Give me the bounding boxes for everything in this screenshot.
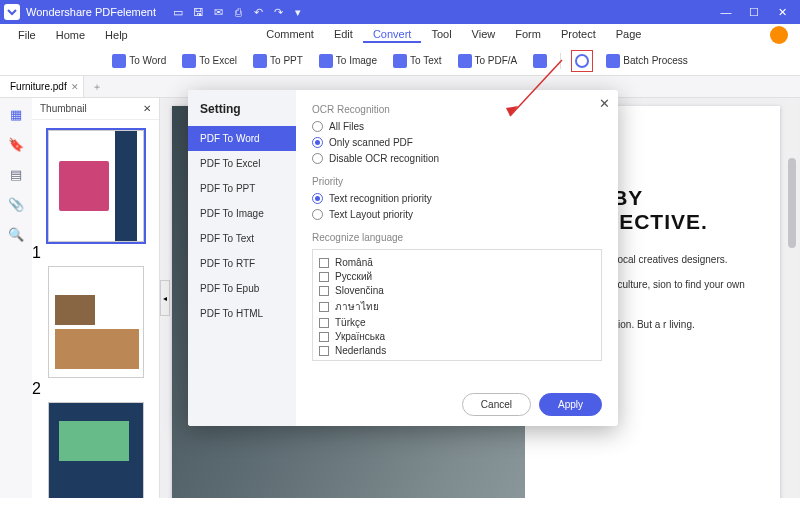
close-tab-icon[interactable]: ✕ [71,82,79,92]
save-icon[interactable]: 🖫 [188,6,208,18]
image-icon [319,54,333,68]
tab-page[interactable]: Page [606,28,652,43]
to-other-button[interactable] [530,52,550,70]
user-avatar[interactable] [770,26,788,44]
text-icon [393,54,407,68]
apply-button[interactable]: Apply [539,393,602,416]
radio-only-scanned[interactable]: Only scanned PDF [312,137,602,148]
ribbon: To Word To Excel To PPT To Image To Text… [0,46,800,76]
close-button[interactable]: ✕ [768,6,796,19]
open-icon[interactable]: ▭ [168,6,188,19]
close-panel-icon[interactable]: ✕ [143,103,151,114]
new-tab-button[interactable]: ＋ [84,80,110,94]
lang-romanian[interactable]: Română [319,257,595,268]
radio-disable-ocr[interactable]: Disable OCR recognition [312,153,602,164]
menu-bar: File Home Help Comment Edit Convert Tool… [0,24,800,46]
lang-slovak[interactable]: Slovenčina [319,285,595,296]
lang-label: Türkçe [335,317,366,328]
option-pdf-to-image[interactable]: PDF To Image [188,201,296,226]
option-pdf-to-word[interactable]: PDF To Word [188,126,296,151]
tab-comment[interactable]: Comment [256,28,324,43]
lang-label: ภาษาไทย [335,299,379,314]
cancel-button[interactable]: Cancel [462,393,531,416]
title-bar: Wondershare PDFelement ▭ 🖫 ✉ ⎙ ↶ ↷ ▾ — ☐… [0,0,800,24]
tab-convert[interactable]: Convert [363,28,422,43]
radio-all-files[interactable]: All Files [312,121,602,132]
lang-turkish[interactable]: Türkçe [319,317,595,328]
settings-dialog: ✕ Setting PDF To Word PDF To Excel PDF T… [188,90,618,426]
separator [560,53,561,69]
language-list[interactable]: Română Русский Slovenčina ภาษาไทย Türkçe… [312,249,602,361]
lang-ukrainian[interactable]: Українська [319,331,595,342]
bookmarks-icon[interactable]: 🔖 [8,136,24,152]
convert-settings-button[interactable] [571,50,593,72]
menu-file[interactable]: File [8,29,46,41]
lang-label: Nederlands [335,345,386,356]
tab-form[interactable]: Form [505,28,551,43]
annotations-icon[interactable]: ▤ [8,166,24,182]
to-text-button[interactable]: To Text [390,52,445,70]
thumbnail-page-3[interactable] [48,402,144,498]
thumbnail-page-2[interactable] [48,266,144,378]
page-number-1: 1 [32,244,159,262]
lang-russian[interactable]: Русский [319,271,595,282]
tab-tool[interactable]: Tool [421,28,461,43]
to-text-label: To Text [410,55,442,66]
word-icon [112,54,126,68]
excel-icon [182,54,196,68]
to-pdfa-button[interactable]: To PDF/A [455,52,521,70]
lang-thai[interactable]: ภาษาไทย [319,299,595,314]
tab-protect[interactable]: Protect [551,28,606,43]
thumbnail-page-1[interactable] [48,130,144,242]
lang-english[interactable]: English [319,359,595,361]
ppt-icon [253,54,267,68]
page-number-2: 2 [32,380,159,398]
to-ppt-label: To PPT [270,55,303,66]
menu-help[interactable]: Help [95,29,138,41]
radio-label: Text recognition priority [329,193,432,204]
radio-label: Text Layout priority [329,209,413,220]
to-excel-button[interactable]: To Excel [179,52,240,70]
priority-heading: Priority [312,176,602,187]
batch-process-button[interactable]: Batch Process [603,52,690,70]
option-pdf-to-text[interactable]: PDF To Text [188,226,296,251]
search-icon[interactable]: 🔍 [8,226,24,242]
to-image-button[interactable]: To Image [316,52,380,70]
dialog-title: Setting [188,102,296,126]
maximize-button[interactable]: ☐ [740,6,768,19]
to-image-label: To Image [336,55,377,66]
menu-home[interactable]: Home [46,29,95,41]
side-toolbar: ▦ 🔖 ▤ 📎 🔍 [0,98,32,498]
doc-tab-furniture[interactable]: Furniture.pdf ✕ [0,76,84,97]
option-pdf-to-excel[interactable]: PDF To Excel [188,151,296,176]
radio-label: Disable OCR recognition [329,153,439,164]
option-pdf-to-html[interactable]: PDF To HTML [188,301,296,326]
mail-icon[interactable]: ✉ [208,6,228,19]
option-pdf-to-epub[interactable]: PDF To Epub [188,276,296,301]
dropdown-icon[interactable]: ▾ [288,6,308,19]
tab-edit[interactable]: Edit [324,28,363,43]
redo-icon[interactable]: ↷ [268,6,288,19]
print-icon[interactable]: ⎙ [228,6,248,18]
to-ppt-button[interactable]: To PPT [250,52,306,70]
vertical-scrollbar[interactable] [786,98,798,498]
dialog-body: OCR Recognition All Files Only scanned P… [296,90,618,426]
to-word-label: To Word [129,55,166,66]
dialog-sidebar: Setting PDF To Word PDF To Excel PDF To … [188,90,296,426]
undo-icon[interactable]: ↶ [248,6,268,19]
attachments-icon[interactable]: 📎 [8,196,24,212]
radio-text-priority[interactable]: Text recognition priority [312,193,602,204]
collapse-panel-button[interactable]: ◂ [160,280,170,316]
lang-dutch[interactable]: Nederlands [319,345,595,356]
app-title: Wondershare PDFelement [26,6,156,18]
option-pdf-to-ppt[interactable]: PDF To PPT [188,176,296,201]
lang-label: English [319,359,352,361]
to-word-button[interactable]: To Word [109,52,169,70]
thumbnails-icon[interactable]: ▦ [8,106,24,122]
doc-tab-label: Furniture.pdf [10,81,67,92]
option-pdf-to-rtf[interactable]: PDF To RTF [188,251,296,276]
tab-view[interactable]: View [462,28,506,43]
gear-icon [575,54,589,68]
radio-layout-priority[interactable]: Text Layout priority [312,209,602,220]
minimize-button[interactable]: — [712,6,740,18]
